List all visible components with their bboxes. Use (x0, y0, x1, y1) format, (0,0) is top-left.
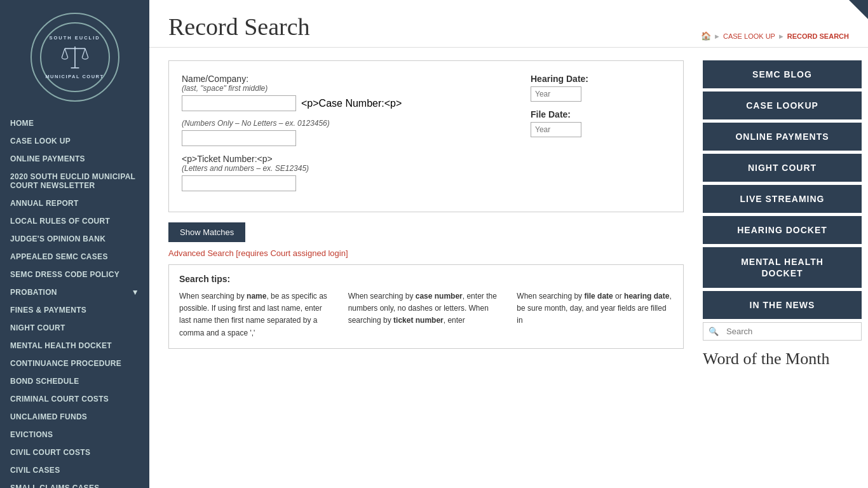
sidebar-item-civil-cases[interactable]: CIVIL CASES (0, 461, 149, 479)
svg-line-3 (65, 48, 68, 57)
home-icon[interactable]: 🏠 (701, 31, 711, 41)
sidebar-search-input[interactable] (724, 323, 861, 340)
logo-inner: SOUTH EUCLID MUNICIPAL COURT (40, 22, 110, 92)
sidebar-item-home[interactable]: HOME (0, 114, 149, 132)
case-lookup-button[interactable]: CASE LOOKUP (703, 92, 862, 119)
sidebar-item-night-court[interactable]: NIGHT COURT (0, 319, 149, 337)
logo-circle: SOUTH EUCLID MUNICIPAL COURT (31, 13, 119, 102)
ticket-row: <p>Ticket Number:<p> (Letters and number… (182, 154, 505, 191)
chevron-down-icon: ▼ (132, 288, 139, 297)
name-row: Name/Company: (last, "space" first middl… (182, 74, 505, 111)
page-header: Record Search 🏠 ► CASE LOOK UP ► RECORD … (149, 0, 868, 48)
form-left-col: Name/Company: (last, "space" first middl… (182, 74, 505, 199)
name-input[interactable] (182, 95, 296, 111)
name-label: Name/Company: (182, 74, 505, 84)
breadcrumb: 🏠 ► CASE LOOK UP ► RECORD SEARCH (701, 31, 849, 41)
case-number-input[interactable] (182, 130, 296, 146)
hearing-docket-button[interactable]: HEARING DOCKET (703, 216, 862, 244)
form-right-col: Hearing Date: File Date: (531, 74, 670, 145)
sidebar-search-box: 🔍 (703, 322, 862, 341)
search-form-box: Name/Company: (last, "space" first middl… (168, 60, 684, 212)
svg-line-4 (82, 48, 85, 57)
tip-col-1: When searching by name, be as specific a… (179, 290, 336, 339)
case-number-row: (Numbers Only – No Letters – ex. 0123456… (182, 119, 505, 146)
online-payments-button[interactable]: ONLINE PAYMENTS (703, 123, 862, 151)
sidebar-item-local-rules[interactable]: LOCAL RULES OF COURT (0, 212, 149, 230)
form-two-col: Name/Company: (last, "space" first middl… (182, 74, 670, 199)
case-number-label: <p>Case Number:<p> (301, 98, 402, 109)
logo-text-bottom: MUNICIPAL COURT (45, 74, 104, 79)
svg-line-5 (85, 48, 88, 57)
sidebar-item-newsletter[interactable]: 2020 SOUTH EUCLID MUNICIPAL COURT NEWSLE… (0, 168, 149, 194)
sidebar-item-civil-costs[interactable]: CIVIL COURT COSTS (0, 444, 149, 461)
sidebar-item-online-payments[interactable]: ONLINE PAYMENTS (0, 150, 149, 168)
breadcrumb-sep-2: ► (778, 32, 785, 40)
sidebar-item-fines-payments[interactable]: FINES & PAYMENTS (0, 301, 149, 319)
main-content: Record Search 🏠 ► CASE LOOK UP ► RECORD … (149, 0, 868, 488)
search-tips-title: Search tips: (179, 274, 673, 284)
sidebar-item-dress-code[interactable]: SEMC DRESS CODE POLICY (0, 266, 149, 283)
page-title: Record Search (168, 13, 310, 41)
sidebar-item-unclaimed-funds[interactable]: UNCLAIMED FUNDS (0, 408, 149, 426)
hearing-date-year-input[interactable] (531, 86, 581, 102)
breadcrumb-case-lookup[interactable]: CASE LOOK UP (723, 32, 775, 40)
sidebar-item-evictions[interactable]: EVICTIONS (0, 426, 149, 444)
sidebar-item-judges-opinion[interactable]: JUDGE'S OPINION BANK (0, 230, 149, 248)
word-of-month-label: Word of the Month (703, 349, 862, 369)
right-sidebar: SEMC BLOG CASE LOOKUP ONLINE PAYMENTS NI… (703, 60, 868, 488)
content-area: Name/Company: (last, "space" first middl… (149, 48, 868, 488)
sidebar-item-case-look-up[interactable]: CASE LOOK UP (0, 132, 149, 150)
breadcrumb-sep-1: ► (714, 32, 721, 40)
tip-col-2: When searching by case number, enter the… (348, 290, 505, 339)
sidebar-item-bond-schedule[interactable]: BOND SCHEDULE (0, 372, 149, 390)
show-matches-button[interactable]: Show Matches (168, 222, 245, 242)
file-date-row: File Date: (531, 109, 670, 137)
logo-text-top: SOUTH EUCLID (49, 35, 100, 41)
ticket-label: <p>Ticket Number:<p> (182, 154, 505, 164)
file-date-year-input[interactable] (531, 122, 581, 137)
tip-col-3: When searching by file date or hearing d… (517, 290, 673, 339)
sidebar-item-annual-report[interactable]: ANNUAL REPORT (0, 194, 149, 212)
name-case-row: <p>Case Number:<p> (182, 95, 505, 111)
sidebar-item-appealed[interactable]: APPEALED SEMC CASES (0, 248, 149, 266)
night-court-button[interactable]: NIGHT COURT (703, 154, 862, 182)
hearing-date-label: Hearing Date: (531, 74, 670, 84)
ticket-hint: (Letters and numbers – ex. SE12345) (182, 164, 505, 173)
in-the-news-button[interactable]: IN THE NEWS (703, 291, 862, 319)
search-tips-box: Search tips: When searching by name, be … (168, 264, 684, 349)
semc-blog-button[interactable]: SEMC BLOG (703, 60, 862, 88)
sidebar: SOUTH EUCLID MUNICIPAL COURT HOME CASE L… (0, 0, 149, 488)
case-number-hint: (Numbers Only – No Letters – ex. 0123456… (182, 119, 505, 128)
file-date-label: File Date: (531, 109, 670, 119)
live-streaming-button[interactable]: LIVE STREAMING (703, 185, 862, 213)
search-icon: 🔍 (703, 323, 724, 340)
form-section: Name/Company: (last, "space" first middl… (149, 60, 703, 488)
scales-icon (60, 42, 90, 72)
sidebar-item-small-claims[interactable]: SMALL CLAIMS CASES (0, 479, 149, 488)
logo-area: SOUTH EUCLID MUNICIPAL COURT (0, 0, 149, 114)
sidebar-item-probation[interactable]: PROBATION ▼ (0, 283, 149, 301)
hearing-date-row: Hearing Date: (531, 74, 670, 102)
svg-line-2 (62, 48, 65, 57)
sidebar-item-continuance[interactable]: CONTINUANCE PROCEDURE (0, 355, 149, 372)
tips-columns: When searching by name, be as specific a… (179, 290, 673, 339)
name-hint: (last, "space" first middle) (182, 84, 505, 93)
breadcrumb-current: RECORD SEARCH (787, 32, 849, 40)
mental-health-docket-button[interactable]: MENTAL HEALTHDOCKET (703, 247, 862, 288)
sidebar-item-criminal-costs[interactable]: CRIMINAL COURT COSTS (0, 390, 149, 408)
ticket-input[interactable] (182, 175, 296, 191)
advanced-search-link[interactable]: Advanced Search [requires Court assigned… (168, 248, 684, 258)
sidebar-item-mental-health[interactable]: MENTAL HEALTH DOCKET (0, 337, 149, 355)
nav-menu: HOME CASE LOOK UP ONLINE PAYMENTS 2020 S… (0, 114, 149, 488)
